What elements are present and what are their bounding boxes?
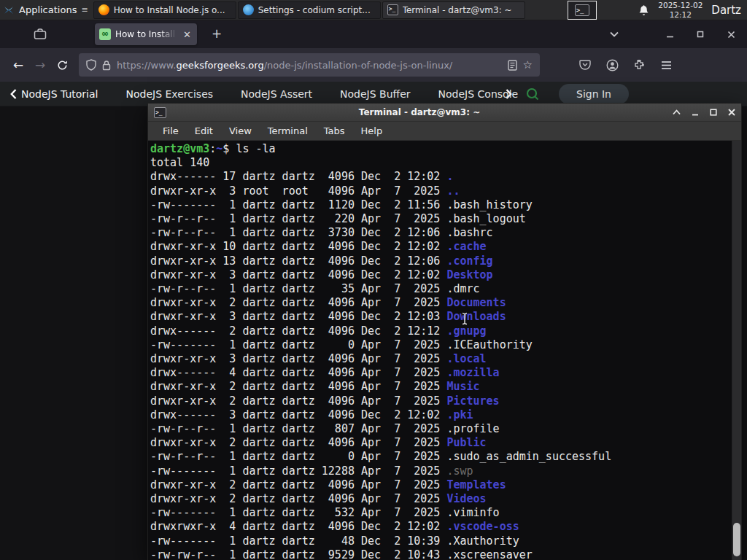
file-name: Pictures: [446, 394, 499, 408]
extensions-puzzle-icon[interactable]: [629, 55, 649, 75]
file-name: .config: [446, 254, 492, 268]
firefox-icon: [98, 4, 109, 15]
terminal-menu-item[interactable]: Terminal: [260, 123, 315, 139]
window-close-button[interactable]: [725, 31, 737, 39]
nav-link[interactable]: NodeJS Exercises: [125, 88, 213, 100]
file-meta: -rw-r--r-- 1 dartz dartz 807 Apr 7 2025: [150, 422, 446, 435]
reader-mode-icon[interactable]: [508, 60, 517, 71]
tab-close-icon[interactable]: ✕: [182, 28, 193, 41]
geeksforgeeks-favicon: ∞: [99, 28, 111, 40]
file-listing-row: -rw-r--r-- 1 dartz dartz 220 Apr 7 2025 …: [150, 212, 741, 226]
sign-in-button[interactable]: Sign In: [559, 84, 629, 104]
new-tab-button[interactable]: +: [207, 26, 226, 41]
account-icon[interactable]: [602, 55, 622, 75]
workspace-terminal-indicator[interactable]: >_: [568, 1, 597, 20]
terminal-titlebar[interactable]: >_ Terminal - dartz@vm3: ~: [148, 104, 741, 122]
shell-prompt-line: dartz@vm3:~$ ls -la: [150, 142, 741, 156]
prompt-user-host: dartz@vm3: [150, 142, 209, 155]
lock-icon[interactable]: [102, 60, 111, 71]
file-listing-row: drwxr-xr-x 2 dartz dartz 4096 Apr 7 2025…: [150, 380, 741, 394]
terminal-menu-item[interactable]: Edit: [187, 123, 220, 139]
panel-tray: 2025-12-02 12:12 Dartz: [638, 1, 747, 19]
terminal-menubar: File Edit View Terminal Tabs Help: [148, 122, 741, 141]
file-name: .local: [446, 352, 486, 365]
panel-user-label[interactable]: Dartz: [711, 4, 741, 17]
tracking-shield-icon[interactable]: [86, 59, 96, 71]
applications-caret-icon: ≡: [81, 5, 87, 15]
file-name: .cache: [446, 240, 486, 253]
file-meta: drwxr-xr-x 13 dartz dartz 4096 Dec 2 12:…: [150, 254, 446, 268]
prompt-colon: :: [209, 142, 216, 155]
window-minimize-button[interactable]: [664, 31, 676, 39]
file-listing-row: drwxr-xr-x 2 dartz dartz 4096 Apr 7 2025…: [150, 394, 741, 408]
applications-label: Applications: [19, 4, 77, 15]
terminal-menu-item[interactable]: File: [155, 123, 186, 139]
file-name: Videos: [446, 492, 486, 505]
terminal-menu-item[interactable]: Help: [354, 123, 390, 139]
list-all-tabs-chevron-icon[interactable]: [608, 31, 620, 37]
file-meta: drwxr-xr-x 3 dartz dartz 4096 Dec 2 12:0…: [150, 310, 446, 323]
terminal-minimize-button[interactable]: [692, 109, 699, 116]
file-name: .: [446, 170, 453, 183]
url-bar[interactable]: https://www.geeksforgeeks.org/node-js/in…: [79, 53, 540, 77]
nav-link[interactable]: NodeJS Buffer: [340, 88, 411, 100]
forward-button[interactable]: →: [29, 54, 51, 76]
nav-scroll-right-chevron-icon[interactable]: [506, 89, 512, 99]
back-button[interactable]: ←: [7, 54, 29, 76]
terminal-scrollbar[interactable]: [732, 141, 741, 560]
url-host: geeksforgeeks.org: [176, 60, 263, 71]
terminal-menu-item[interactable]: Tabs: [317, 123, 352, 139]
window-maximize-button[interactable]: [694, 31, 706, 38]
reload-button[interactable]: [51, 54, 73, 76]
total-line: total 140: [150, 156, 741, 170]
panel-clock[interactable]: 2025-12-02 12:12: [658, 1, 703, 19]
file-listing-row: drwxr-xr-x 2 dartz dartz 4096 Apr 7 2025…: [150, 478, 741, 492]
file-meta: drwxr-xr-x 2 dartz dartz 4096 Apr 7 2025: [150, 492, 446, 505]
hamburger-menu-icon[interactable]: [656, 55, 676, 75]
terminal-menu-item[interactable]: View: [222, 123, 259, 139]
file-meta: drwx------ 2 dartz dartz 4096 Dec 2 12:1…: [150, 324, 446, 338]
terminal-shade-button[interactable]: [673, 109, 681, 115]
file-listing-row: -rw-r--r-- 1 dartz dartz 807 Apr 7 2025 …: [150, 422, 741, 436]
browser-tab-active[interactable]: ∞ How to Install Node.js on ✕: [95, 23, 197, 45]
window-button-label: Settings - codium script...: [258, 5, 371, 15]
file-listing-row: drwxr-xr-x 13 dartz dartz 4096 Dec 2 12:…: [150, 254, 741, 268]
file-name: .vscode-oss: [446, 520, 519, 533]
file-listing-row: -rw-rw-r-- 1 dartz dartz 9529 Dec 2 10:4…: [150, 548, 741, 560]
pocket-icon[interactable]: [575, 55, 595, 75]
applications-menu-button[interactable]: Applications ≡: [0, 0, 93, 20]
terminal-close-button[interactable]: [728, 109, 735, 116]
file-name: Templates: [446, 478, 506, 491]
clock-time: 12:12: [658, 10, 703, 20]
file-listing-row: -rw------- 1 dartz dartz 1120 Dec 2 11:5…: [150, 198, 741, 212]
file-meta: -rw------- 1 dartz dartz 48 Dec 2 10:39: [150, 534, 446, 548]
notification-bell-icon[interactable]: [638, 4, 649, 16]
bookmark-star-icon[interactable]: ☆: [523, 58, 533, 71]
file-meta: -rw-r--r-- 1 dartz dartz 3730 Dec 2 12:0…: [150, 226, 446, 239]
taskbar-window-button[interactable]: How to Install Node.js o...: [93, 1, 236, 19]
file-name: Public: [446, 436, 486, 449]
terminal-scrollbar-thumb[interactable]: [733, 523, 740, 556]
file-name: ..: [446, 184, 460, 198]
terminal-output[interactable]: dartz@vm3:~$ ls -la total 140 drwx------…: [148, 141, 741, 560]
firefox-view-button[interactable]: [29, 24, 51, 44]
search-icon[interactable]: [525, 87, 540, 101]
file-name: .gnupg: [446, 324, 486, 338]
file-listing-row: -rw------- 1 dartz dartz 48 Dec 2 10:39 …: [150, 534, 741, 548]
nav-link[interactable]: NodeJS Tutorial: [21, 88, 98, 100]
codium-icon: [243, 4, 254, 15]
taskbar-window-buttons: How to Install Node.js o... Settings - c…: [93, 1, 527, 19]
nav-scroll-left-chevron-icon[interactable]: [0, 89, 21, 99]
nav-link[interactable]: NodeJS Assert: [241, 88, 312, 100]
tabbar-controls: [608, 20, 747, 48]
file-name: .bashrc: [446, 226, 492, 239]
clock-date: 2025-12-02: [658, 1, 703, 10]
window-button-label: How to Install Node.js o...: [114, 5, 225, 15]
file-meta: -rw-r--r-- 1 dartz dartz 35 Apr 7 2025: [150, 282, 446, 295]
url-protocol: https://www.: [117, 60, 176, 71]
taskbar-window-button[interactable]: Settings - codium script...: [238, 1, 381, 19]
file-listing-row: -rw------- 1 dartz dartz 0 Apr 7 2025 .I…: [150, 338, 741, 352]
taskbar-window-button[interactable]: >_ Terminal - dartz@vm3: ~: [382, 1, 525, 19]
terminal-maximize-button[interactable]: [710, 109, 717, 116]
firefox-navigation-toolbar: ← → https://www.geeksforgeeks.org/node-j…: [0, 48, 747, 82]
